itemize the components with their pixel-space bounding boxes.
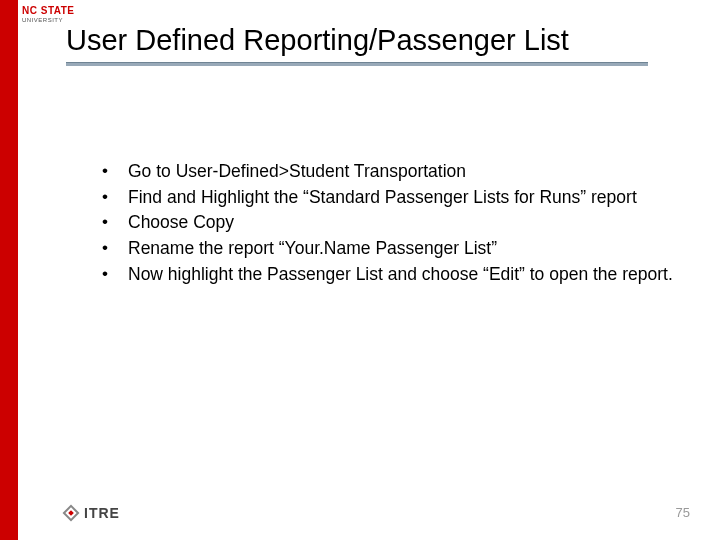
bullet-list: Go to User-Defined>Student Transportatio… [98,160,688,288]
list-item: Find and Highlight the “Standard Passeng… [98,186,688,210]
ncstate-logo: NC STATE UNIVERSITY [22,6,82,23]
page-number: 75 [676,505,690,520]
itre-text: ITRE [84,505,120,521]
brand-line1: NC STATE [22,6,82,16]
accent-bar [0,0,18,540]
list-item: Now highlight the Passenger List and cho… [98,263,688,287]
title-underline [66,62,648,66]
itre-logo: ITRE [62,504,120,522]
list-item: Go to User-Defined>Student Transportatio… [98,160,688,184]
brand-line2: UNIVERSITY [22,17,82,23]
diamond-icon [62,504,80,522]
svg-rect-1 [68,510,74,516]
list-item: Choose Copy [98,211,688,235]
page-title: User Defined Reporting/Passenger List [66,24,569,57]
list-item: Rename the report “Your.Name Passenger L… [98,237,688,261]
